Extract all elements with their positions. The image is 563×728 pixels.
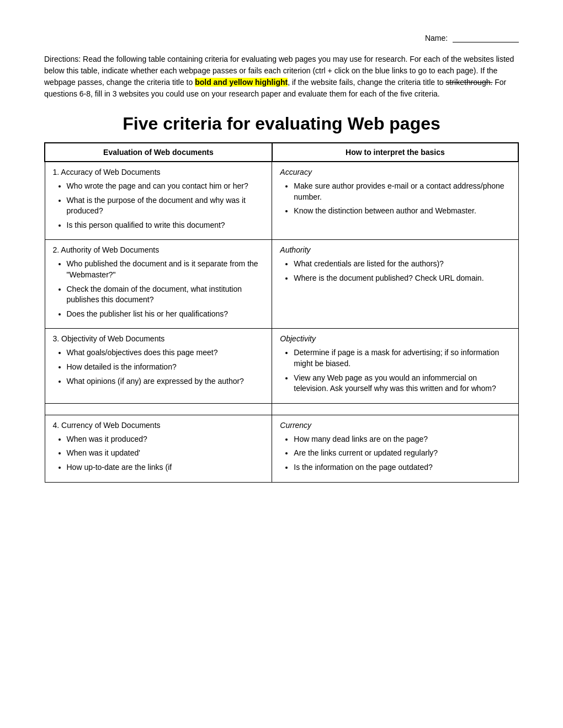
left-cell-1: 2. Authority of Web DocumentsWho publish… [45,240,272,329]
right-category-2: Objectivity [280,334,510,343]
list-item: What credentials are listed for the auth… [294,259,510,270]
list-item: Is the information on the page outdated? [294,462,510,473]
list-item: Are the links current or updated regular… [294,448,510,459]
list-item: What goals/objectives does this page mee… [67,347,264,358]
list-item: What is the purpose of the document and … [67,195,264,217]
right-cell-2: ObjectivityDetermine if page is a mask f… [272,329,518,403]
left-title-3: 4. Currency of Web Documents [53,421,264,430]
right-cell-1: AuthorityWhat credentials are listed for… [272,240,518,329]
right-category-1: Authority [280,245,510,254]
right-cell-3: CurrencyHow many dead links are on the p… [272,415,518,482]
main-title: Five criteria for evaluating Web pages [44,114,519,134]
list-item: Is this person qualified to write this d… [67,220,264,231]
col2-header: How to interpret the basics [272,143,518,162]
list-item: How detailed is the information? [67,362,264,373]
list-item: How many dead links are on the page? [294,434,510,445]
directions-strikethrough: strikethrough. [446,78,493,87]
spacer-row [45,403,518,415]
list-item: Who wrote the page and can you contact h… [67,181,264,192]
name-label: Name: [425,34,448,42]
list-item: Know the distinction between author and … [294,206,510,217]
list-item: Where is the document published? Check U… [294,273,510,284]
name-field: Name: [44,33,519,42]
table-row: 2. Authority of Web DocumentsWho publish… [45,240,518,329]
left-cell-2: 3. Objectivity of Web DocumentsWhat goal… [45,329,272,403]
list-item: Who published the document and is it sep… [67,259,264,280]
list-item: Make sure author provides e-mail or a co… [294,181,510,202]
list-item: How up-to-date are the links (if [67,462,264,473]
list-item: View any Web page as you would an infomm… [294,373,510,394]
table-row: 1. Accuracy of Web DocumentsWho wrote th… [45,162,518,240]
col1-header: Evaluation of Web documents [45,143,272,162]
criteria-table: Evaluation of Web documents How to inter… [44,142,519,483]
list-item: Does the publisher list his or her quali… [67,309,264,320]
list-item: What opinions (if any) are expressed by … [67,376,264,387]
left-cell-0: 1. Accuracy of Web DocumentsWho wrote th… [45,162,272,240]
directions-after-bold: , if the website fails, change the crite… [288,78,445,87]
left-cell-3: 4. Currency of Web DocumentsWhen was it … [45,415,272,482]
right-category-0: Accuracy [280,168,510,176]
left-title-0: 1. Accuracy of Web Documents [53,168,264,176]
right-cell-0: AccuracyMake sure author provides e-mail… [272,162,518,240]
left-title-2: 3. Objectivity of Web Documents [53,334,264,343]
directions-text: Directions: Read the following table con… [44,53,519,100]
table-row: 3. Objectivity of Web DocumentsWhat goal… [45,329,518,403]
list-item: When was it produced? [67,434,264,445]
list-item: Check the domain of the document, what i… [67,284,264,306]
directions-bold-highlight: bold and yellow highlight [195,78,288,87]
right-category-3: Currency [280,421,510,430]
table-row: 4. Currency of Web DocumentsWhen was it … [45,415,518,482]
list-item: When was it updated' [67,448,264,459]
name-underline-line [453,33,519,42]
left-title-1: 2. Authority of Web Documents [53,245,264,254]
list-item: Determine if page is a mask for advertis… [294,347,510,369]
